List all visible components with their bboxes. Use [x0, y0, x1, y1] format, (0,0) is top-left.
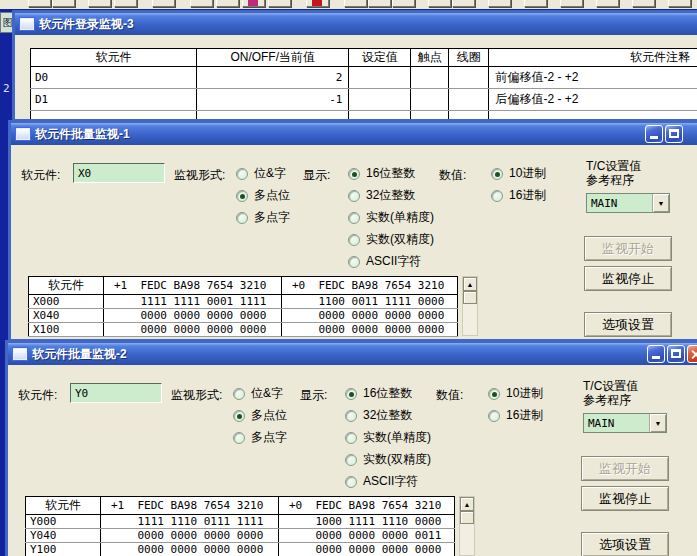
device-cell[interactable]: D0 — [31, 67, 197, 89]
setvalue-cell[interactable] — [349, 67, 411, 89]
device-cell[interactable]: X040 — [29, 309, 104, 323]
bits-plus0-cell[interactable]: 0000 0000 0000 0000 — [279, 543, 455, 556]
bits-plus0-cell[interactable]: 0000 0000 0000 0000 — [282, 309, 458, 323]
titlebar-batch-monitor-2[interactable]: 软元件批量监视-2 — [8, 343, 697, 365]
radio-real-double[interactable]: 实数(双精度) — [345, 451, 431, 468]
toolbar-button[interactable] — [52, 0, 75, 7]
maximize-button[interactable] — [665, 125, 683, 143]
bits-plus0-cell[interactable]: 1100 0011 1111 0000 — [282, 295, 458, 309]
toolbar-button[interactable] — [560, 0, 583, 7]
device-input[interactable]: X0 — [73, 163, 165, 183]
chevron-down-icon[interactable]: ▼ — [652, 194, 669, 212]
table-scrollbar[interactable]: ▲ — [462, 276, 478, 336]
device-cell[interactable]: Y100 — [26, 543, 101, 556]
chevron-down-icon[interactable]: ▼ — [649, 414, 666, 432]
titlebar-batch-monitor-1[interactable]: 软元件批量监视-1 — [11, 123, 697, 145]
radio-real-single[interactable]: 实数(单精度) — [348, 209, 434, 226]
toolbar-button[interactable] — [632, 0, 655, 7]
toolbar-button[interactable] — [596, 0, 619, 7]
radio-icon — [348, 212, 360, 224]
radio-decimal[interactable]: 10进制 — [491, 165, 546, 182]
device-cell[interactable]: D1 — [31, 89, 197, 111]
radio-real-single[interactable]: 实数(单精度) — [345, 429, 431, 446]
bits-plus0-cell[interactable]: 0000 0000 0000 0000 — [282, 323, 458, 337]
comment-cell[interactable]: 后偏移值-2 - +2 — [489, 89, 697, 111]
device-input[interactable]: Y0 — [70, 383, 162, 403]
radio-multi-bit[interactable]: 多点位 — [236, 187, 290, 204]
option-setting-button[interactable]: 选项设置 — [584, 312, 672, 337]
toolbar-button[interactable] — [152, 0, 175, 7]
bits-plus1-cell[interactable]: 0000 0000 0000 0000 — [101, 529, 279, 543]
toolbar-button[interactable] — [268, 0, 291, 7]
device-cell[interactable]: Y040 — [26, 529, 101, 543]
device-cell[interactable]: X100 — [29, 323, 104, 337]
minimize-button[interactable] — [647, 345, 665, 363]
contact-cell[interactable] — [411, 67, 449, 89]
bits-plus1-cell[interactable]: 0000 0000 0000 0000 — [104, 309, 282, 323]
coil-cell[interactable] — [449, 89, 489, 111]
radio-bit-word[interactable]: 位&字 — [236, 165, 286, 182]
radio-16bit-int[interactable]: 16位整数 — [345, 385, 412, 402]
toolbar-button[interactable] — [428, 0, 451, 7]
bits-plus1-cell[interactable]: 1111 1111 0001 1111 — [104, 295, 282, 309]
scroll-up-icon[interactable]: ▲ — [463, 277, 477, 291]
radio-multi-word[interactable]: 多点字 — [233, 429, 287, 446]
setvalue-cell[interactable] — [349, 89, 411, 111]
comment-cell[interactable]: 前偏移值-2 - +2 — [489, 67, 697, 89]
contact-cell[interactable] — [411, 89, 449, 111]
close-button[interactable] — [687, 345, 697, 363]
toolbar-button[interactable] — [344, 0, 367, 7]
value-cell[interactable]: 2 — [196, 67, 349, 89]
radio-16bit-int[interactable]: 16位整数 — [348, 165, 415, 182]
radio-ascii[interactable]: ASCII字符 — [345, 473, 418, 490]
table-row: X040 0000 0000 0000 0000 0000 0000 0000 … — [29, 309, 458, 323]
toolbar-button[interactable] — [190, 0, 213, 7]
bits-plus1-cell[interactable]: 0000 0000 0000 0000 — [101, 543, 279, 556]
radio-multi-word[interactable]: 多点字 — [236, 209, 290, 226]
value-cell[interactable]: -1 — [196, 89, 349, 111]
toolbar-button[interactable] — [114, 0, 137, 7]
scrollbar-thumb[interactable] — [460, 511, 474, 524]
bits-plus1-cell[interactable]: 0000 0000 0000 0000 — [104, 323, 282, 337]
radio-real-double[interactable]: 实数(双精度) — [348, 231, 434, 248]
bits-plus0-cell[interactable]: 0000 0000 0000 0011 — [279, 529, 455, 543]
table-scrollbar[interactable]: ▲ — [459, 496, 475, 556]
maximize-button[interactable] — [667, 345, 685, 363]
col-contact: 触点 — [411, 49, 449, 67]
program-combobox[interactable]: MAIN ▼ — [586, 193, 670, 213]
radio-ascii[interactable]: ASCII字符 — [348, 253, 421, 270]
toolbar-button[interactable] — [306, 0, 329, 7]
toolbar-button[interactable] — [524, 0, 547, 7]
toolbar-button[interactable] — [88, 0, 111, 7]
numeric-label: 数值: — [439, 167, 466, 184]
radio-hexadecimal[interactable]: 16进制 — [491, 187, 546, 204]
toolbar-button[interactable] — [242, 0, 265, 7]
titlebar-entry-monitor[interactable]: 软元件登录监视-3 — [15, 13, 697, 35]
toolbar-button[interactable] — [452, 0, 475, 7]
toolbar-button[interactable] — [368, 0, 391, 7]
toolbar-button[interactable] — [668, 0, 691, 7]
monitor-stop-button[interactable]: 监视停止 — [584, 266, 672, 291]
bits-plus0-cell[interactable]: 1000 1111 1110 0000 — [279, 515, 455, 529]
radio-bit-word[interactable]: 位&字 — [233, 385, 283, 402]
toolbar-button[interactable] — [488, 0, 511, 7]
minimize-button[interactable] — [645, 125, 663, 143]
radio-32bit-int[interactable]: 32位整数 — [348, 187, 415, 204]
toolbar-button[interactable] — [216, 0, 239, 7]
device-cell[interactable]: X000 — [29, 295, 104, 309]
radio-icon — [348, 234, 360, 246]
option-setting-button[interactable]: 选项设置 — [581, 532, 669, 556]
bits-plus1-cell[interactable]: 1111 1110 0111 1111 — [101, 515, 279, 529]
toolbar-button[interactable] — [28, 0, 51, 7]
radio-multi-bit[interactable]: 多点位 — [233, 407, 287, 424]
scroll-up-icon[interactable]: ▲ — [460, 497, 474, 511]
radio-32bit-int[interactable]: 32位整数 — [345, 407, 412, 424]
radio-decimal[interactable]: 10进制 — [488, 385, 543, 402]
monitor-stop-button[interactable]: 监视停止 — [581, 486, 669, 511]
radio-hexadecimal[interactable]: 16进制 — [488, 407, 543, 424]
scrollbar-thumb[interactable] — [463, 291, 477, 304]
program-combobox[interactable]: MAIN ▼ — [583, 413, 667, 433]
toolbar-button[interactable] — [392, 0, 415, 7]
coil-cell[interactable] — [449, 67, 489, 89]
device-cell[interactable]: Y000 — [26, 515, 101, 529]
